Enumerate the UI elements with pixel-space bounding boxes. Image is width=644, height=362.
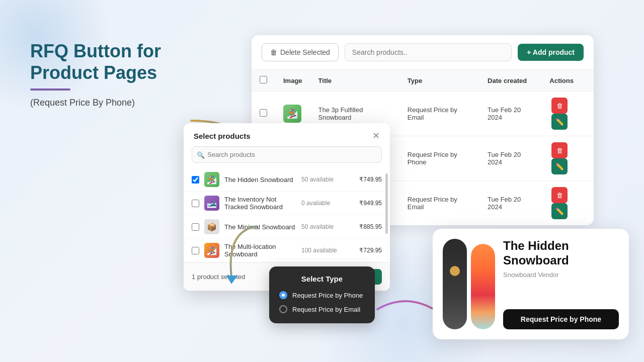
product-preview-card: The Hidden Snowboard Snowboard Vendor Re… <box>433 229 629 339</box>
delete-selected-button[interactable]: 🗑 Delete Selected <box>262 43 339 61</box>
item4-price: ₹729.95 <box>347 247 382 254</box>
modal-title: Select products <box>194 132 251 140</box>
page-title-line1: RFQ Button for <box>30 40 191 62</box>
row1-type: Request Price by Email <box>399 92 479 136</box>
row2-date: Tue Feb 20 2024 <box>479 136 541 181</box>
radio-email-circle <box>279 305 287 313</box>
item1-price: ₹749.95 <box>347 176 382 183</box>
th-title: Title <box>310 70 399 92</box>
left-panel: RFQ Button for Product Pages (Request Pr… <box>30 40 191 108</box>
row1-edit-button[interactable]: ✏️ <box>551 114 568 130</box>
product-images <box>443 239 495 329</box>
radio-option-email[interactable]: Request Price by Email <box>279 305 365 313</box>
row1-date: Tue Feb 20 2024 <box>479 92 541 136</box>
search-products-input[interactable] <box>345 43 512 61</box>
th-date: Date created <box>479 70 541 92</box>
delete-selected-label: Delete Selected <box>280 48 330 56</box>
snowboard-colorful-image <box>471 244 495 329</box>
th-image: Image <box>275 70 310 92</box>
item1-avail: 50 available <box>301 176 342 183</box>
snowboard-colorful-inner <box>471 244 495 329</box>
modal-close-button[interactable]: ✕ <box>372 131 380 140</box>
item3-price: ₹885.95 <box>347 223 382 230</box>
item2-thumb: 🎿 <box>204 196 219 211</box>
item2-avail: 0 available <box>301 200 342 207</box>
product-card-vendor: Snowboard Vendor <box>503 271 619 279</box>
select-all-checkbox[interactable] <box>260 76 267 83</box>
modal-header: Select products ✕ <box>184 123 390 146</box>
th-actions: Actions <box>541 70 594 92</box>
list-item: 📦 The Minimal Snowboard 50 available ₹88… <box>184 215 390 239</box>
list-item: 🏂 The Hidden Snowboard 50 available ₹749… <box>184 168 390 192</box>
radio-phone-label: Request Price by Phone <box>292 292 363 299</box>
radio-email-label: Request Price by Email <box>292 306 360 313</box>
product-card-info: The Hidden Snowboard Snowboard Vendor Re… <box>503 239 619 329</box>
item2-price: ₹949.95 <box>347 200 382 207</box>
item1-thumb: 🏂 <box>204 172 219 187</box>
modal-search-wrap: 🔍 <box>192 146 382 163</box>
table-header-row: Image Title Type Date created Actions <box>252 70 594 92</box>
snowboard-dark-image <box>443 239 467 329</box>
row1-image: 🏂 <box>283 105 301 123</box>
title-underline <box>30 88 70 90</box>
row1-checkbox[interactable] <box>260 109 267 117</box>
th-checkbox <box>252 70 275 92</box>
row2-edit-button[interactable]: ✏️ <box>551 158 568 174</box>
item2-name: The Inventory Not Tracked Snowboard <box>224 196 296 211</box>
row2-delete-button[interactable]: 🗑 <box>551 142 568 158</box>
row3-actions: 🗑 ✏️ <box>541 181 594 226</box>
select-products-modal: Select products ✕ 🔍 🏂 The Hidden Snowboa… <box>184 123 390 291</box>
modal-search-icon: 🔍 <box>197 151 205 158</box>
select-type-modal: Select Type Request Price by Phone Reque… <box>269 266 375 323</box>
item1-name: The Hidden Snowboard <box>224 176 296 184</box>
item3-checkbox[interactable] <box>192 223 199 231</box>
list-item: 🏂 The Multi-location Snowboard 100 avail… <box>184 239 390 262</box>
table-toolbar: 🗑 Delete Selected + Add product <box>252 35 594 70</box>
item3-avail: 50 available <box>301 223 342 230</box>
item2-checkbox[interactable] <box>192 200 199 207</box>
page-title-line2: Product Pages <box>30 62 191 83</box>
trash-icon: 🗑 <box>270 48 277 56</box>
item1-checkbox[interactable] <box>192 176 199 184</box>
radio-phone-circle <box>279 291 287 299</box>
svg-marker-1 <box>226 276 237 284</box>
request-by-phone-button[interactable]: Request Price by Phone <box>503 309 619 329</box>
item4-checkbox[interactable] <box>192 247 199 254</box>
radio-option-phone[interactable]: Request Price by Phone <box>279 291 365 299</box>
select-type-title: Select Type <box>279 275 365 283</box>
row3-type: Request Price by Email <box>399 181 479 226</box>
modal-search-input[interactable] <box>192 146 382 163</box>
row3-delete-button[interactable]: 🗑 <box>551 187 568 203</box>
row2-actions: 🗑 ✏️ <box>541 136 594 181</box>
modal-scrollbar[interactable] <box>385 173 388 234</box>
row3-edit-button[interactable]: ✏️ <box>551 203 568 219</box>
add-product-label: + Add product <box>527 48 575 56</box>
page-subtitle: (Request Price By Phone) <box>30 98 191 108</box>
item4-avail: 100 available <box>301 247 342 254</box>
row1-actions: 🗑 ✏️ <box>541 92 594 136</box>
row2-type: Request Price by Phone <box>399 136 479 181</box>
list-item: 🎿 The Inventory Not Tracked Snowboard 0 … <box>184 192 390 215</box>
add-product-button[interactable]: + Add product <box>518 44 584 61</box>
row3-date: Tue Feb 20 2024 <box>479 181 541 226</box>
th-type: Type <box>399 70 479 92</box>
product-card-title: The Hidden Snowboard <box>503 239 619 268</box>
row1-delete-button[interactable]: 🗑 <box>551 98 568 114</box>
